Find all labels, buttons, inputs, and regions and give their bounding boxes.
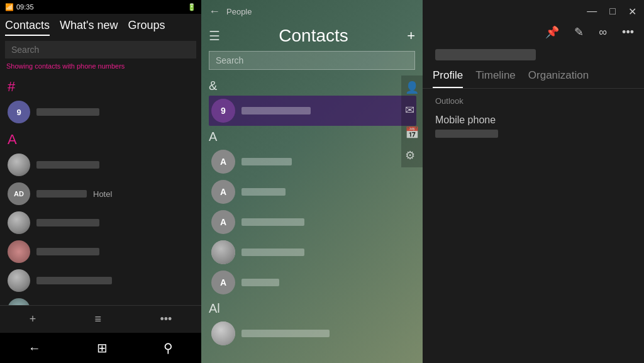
- nav-item-whats-new[interactable]: What's new: [60, 19, 118, 36]
- contact-name: [242, 330, 330, 337]
- showing-text: Showing contacts with phone numbers: [0, 61, 201, 74]
- middle-sidebar: 👤 ✉ 📅 ⚙: [401, 75, 423, 167]
- minimize-icon[interactable]: —: [587, 6, 597, 17]
- list-item[interactable]: [5, 266, 196, 295]
- contact-name: [36, 248, 99, 255]
- nav-item-groups[interactable]: Groups: [128, 19, 165, 36]
- status-bar: 📶 09:35 🔋: [0, 0, 201, 14]
- list-item[interactable]: [209, 237, 416, 267]
- list-item[interactable]: [5, 150, 196, 179]
- middle-search-container: [209, 51, 415, 70]
- section-header-hash: #: [5, 74, 196, 98]
- avatar: 9: [8, 101, 30, 123]
- home-icon[interactable]: ⊞: [97, 340, 108, 355]
- list-item[interactable]: A: [209, 177, 416, 207]
- link-icon[interactable]: ∞: [599, 26, 607, 39]
- contact-label: Hotel: [93, 189, 112, 199]
- nav-item-contacts[interactable]: Contacts: [5, 19, 50, 36]
- person-icon[interactable]: 👤: [405, 81, 419, 94]
- calendar-icon[interactable]: 📅: [405, 126, 419, 140]
- list-item[interactable]: 9: [209, 96, 416, 126]
- list-view-icon[interactable]: ≡: [95, 313, 102, 326]
- right-tabs: Profile Timeline Organization: [423, 65, 644, 89]
- pin-icon[interactable]: 📌: [545, 25, 559, 39]
- contact-name: [242, 188, 286, 196]
- middle-header: ☰ Contacts +: [201, 23, 423, 51]
- field-value-mobile: [435, 130, 498, 138]
- mail-icon[interactable]: ✉: [405, 103, 419, 117]
- middle-panel: ← People ☰ Contacts + & 9 A A A A: [201, 0, 423, 363]
- tab-organization[interactable]: Organization: [528, 65, 589, 88]
- list-item[interactable]: A: [209, 147, 416, 177]
- right-content: Outlook Mobile phone: [423, 89, 644, 145]
- avatar: AD: [8, 182, 30, 205]
- section-header-a: A: [5, 126, 196, 150]
- contact-name: [36, 190, 87, 198]
- left-contact-list: # 9 A AD Hotel: [0, 74, 201, 305]
- left-panel: 📶 09:35 🔋 Contacts What's new Groups Sho…: [0, 0, 201, 363]
- avatar: [8, 269, 30, 292]
- left-bottom-bar: + ≡ •••: [0, 305, 201, 333]
- add-contact-button[interactable]: +: [407, 28, 415, 44]
- settings-icon[interactable]: ⚙: [405, 148, 419, 162]
- section-header-ampersand: &: [209, 75, 416, 96]
- left-search-input[interactable]: [5, 41, 196, 59]
- search-icon[interactable]: ⚲: [164, 340, 173, 355]
- status-bar-right: 🔋: [187, 3, 196, 11]
- hamburger-icon[interactable]: ☰: [209, 28, 220, 43]
- contact-name: [242, 218, 304, 226]
- maximize-icon[interactable]: □: [609, 6, 616, 17]
- list-item[interactable]: A: [209, 267, 416, 298]
- list-item[interactable]: A: [209, 207, 416, 237]
- list-item[interactable]: [5, 237, 196, 266]
- avatar: A: [211, 210, 235, 234]
- contact-name: [36, 161, 99, 169]
- contact-name: [242, 279, 279, 286]
- avatar: [8, 240, 30, 263]
- back-icon[interactable]: ←: [28, 341, 41, 355]
- field-label-mobile: Mobile phone: [435, 114, 631, 126]
- list-item[interactable]: AD Hotel: [5, 179, 196, 208]
- contacts-filter-link[interactable]: contacts with phone numbers: [35, 62, 125, 70]
- right-contact-name-area: [423, 42, 644, 65]
- contact-name: [36, 277, 112, 284]
- section-header-a: A: [209, 126, 416, 147]
- contact-name: [36, 108, 99, 116]
- section-header-al: Al: [209, 298, 416, 318]
- contact-name-blur: [435, 49, 536, 60]
- signal-icon: 📶: [5, 3, 14, 11]
- contact-actions-bar: 📌 ✎ ∞ •••: [423, 23, 644, 42]
- more-options-icon[interactable]: •••: [160, 313, 172, 326]
- avatar: 9: [211, 99, 235, 123]
- tab-profile[interactable]: Profile: [433, 65, 463, 88]
- close-icon[interactable]: ✕: [628, 6, 636, 18]
- status-time: 09:35: [16, 3, 34, 11]
- tab-timeline[interactable]: Timeline: [475, 65, 516, 88]
- list-item[interactable]: 9: [5, 98, 196, 126]
- avatar: A: [211, 271, 235, 294]
- contact-name: [242, 249, 304, 256]
- edit-icon[interactable]: ✎: [574, 25, 584, 39]
- list-item[interactable]: [5, 208, 196, 237]
- middle-search-input[interactable]: [209, 51, 415, 70]
- status-bar-left: 📶 09:35: [5, 3, 34, 11]
- avatar: [211, 240, 235, 264]
- avatar: [211, 321, 235, 345]
- middle-header-title: Contacts: [279, 26, 348, 46]
- list-item[interactable]: [5, 295, 196, 305]
- avatar: [8, 211, 30, 234]
- more-options-icon[interactable]: •••: [622, 26, 634, 39]
- right-panel: — □ ✕ 📌 ✎ ∞ ••• Profile Timeline Organiz…: [423, 0, 644, 363]
- phone-nav-bar: ← ⊞ ⚲: [0, 333, 201, 363]
- list-item[interactable]: [209, 318, 416, 349]
- back-arrow-icon[interactable]: ←: [209, 5, 220, 18]
- middle-top-bar: ← People: [201, 0, 423, 23]
- contact-name: [36, 219, 99, 226]
- right-top-bar: — □ ✕: [423, 0, 644, 23]
- battery-icon: 🔋: [187, 3, 196, 11]
- avatar: [8, 298, 30, 305]
- add-contact-icon[interactable]: +: [30, 313, 36, 326]
- app-title: People: [226, 7, 252, 16]
- middle-contact-list: & 9 A A A A A Al: [201, 75, 423, 363]
- avatar: [8, 154, 30, 176]
